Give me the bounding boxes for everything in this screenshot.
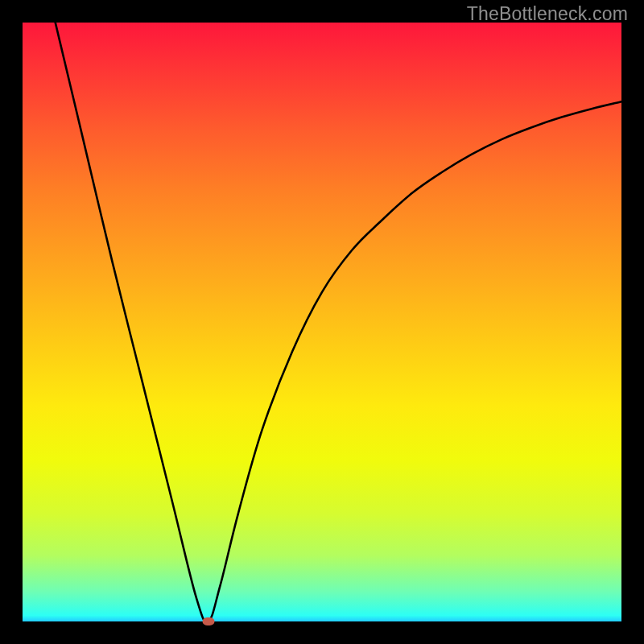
chart-plot-area [23,23,621,621]
curve-svg [23,23,621,621]
minimum-marker [202,617,214,625]
bottleneck-curve [52,10,621,621]
watermark-text: TheBottleneck.com [467,3,628,25]
